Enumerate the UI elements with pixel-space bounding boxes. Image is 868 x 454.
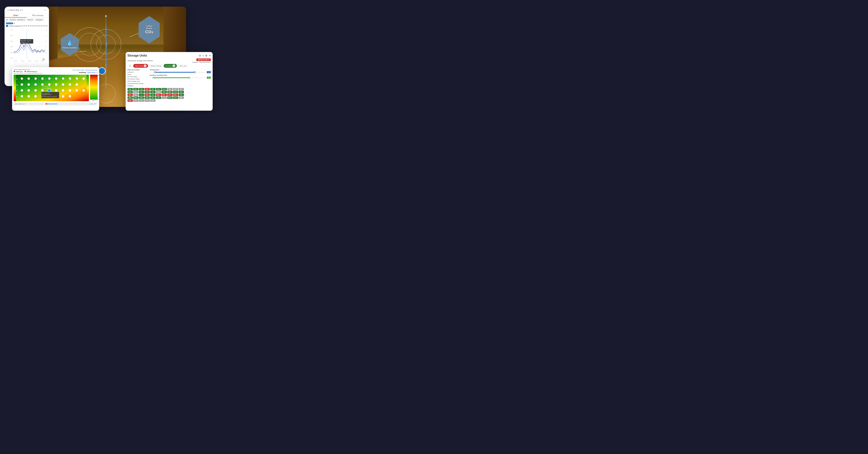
storage-cell[interactable]: C1U <box>145 99 150 102</box>
storage-cell[interactable]: V <box>161 96 167 99</box>
storage-cell[interactable]: Sepa <box>139 96 144 99</box>
svg-text:4.4: 4.4 <box>45 41 47 42</box>
svg-point-73 <box>75 89 78 92</box>
filter-high-priority[interactable]: High Priority 20 <box>133 64 148 68</box>
heatmap-tab[interactable]: Heatmap <box>79 71 86 73</box>
storage-cell[interactable]: Nm5 <box>156 91 161 93</box>
svg-text:47.7: 47.7 <box>10 29 13 31</box>
svg-text:Spe E: Spe E <box>54 78 57 79</box>
svg-point-72 <box>69 89 71 92</box>
storage-cell[interactable]: BrS <box>150 88 156 90</box>
list-icon[interactable]: ≡ <box>203 54 204 57</box>
svg-text:Spe W: Spe W <box>27 78 30 79</box>
storage-cell[interactable]: Web_ <box>173 94 178 96</box>
storage-cell[interactable]: Cur <box>139 99 144 102</box>
storage-cell[interactable]: 6km <box>127 94 133 96</box>
svg-text:Id: 0000000000311234: Id: 0000000000311234 <box>42 94 51 95</box>
storage-cell[interactable]: Bnod <box>161 88 167 90</box>
location-refresh-n[interactable]: Refresh N <box>127 71 148 73</box>
storage-cell[interactable]: Aa5 <box>145 91 150 93</box>
storage-cell[interactable]: 2km <box>179 91 184 93</box>
storage-cell[interactable]: 10pm <box>167 91 173 93</box>
no-issues-count: 40 <box>173 65 175 67</box>
add-icon[interactable]: + <box>209 54 211 57</box>
storage-cell[interactable]: Sur <box>133 94 138 96</box>
heatmap-grid[interactable]: S W N E <box>13 75 89 101</box>
filter-not-in-use[interactable]: Not in Use <box>178 65 188 67</box>
co2-label: CarbonDioxide <box>146 25 152 30</box>
storage-cell[interactable]: Sept <box>145 96 150 99</box>
tab-chart[interactable]: Chart <box>4 13 27 18</box>
storage-cell[interactable]: BaS <box>133 88 138 90</box>
more-options-icon[interactable]: ⋯ <box>44 8 47 11</box>
storage-cell[interactable]: Tns <box>179 94 184 96</box>
location-other[interactable]: Other Storage Units <box>127 80 148 82</box>
temperature-slider[interactable]: Set <box>150 71 211 73</box>
tab-pile-summary[interactable]: Pile summary <box>27 13 49 17</box>
svg-point-75 <box>21 95 23 97</box>
outside-temp-checkbox[interactable] <box>6 25 8 27</box>
temp-only-row: Temp only ▾ <box>4 22 49 25</box>
storage-cell[interactable]: C <box>139 94 144 96</box>
location-bns-no-cables[interactable]: Bns without Cables <box>127 78 148 80</box>
storage-cell[interactable]: Bn5 <box>173 88 178 90</box>
average-select[interactable]: Average ▾ <box>35 18 43 21</box>
storage-cell[interactable]: Br6 <box>179 88 184 90</box>
speed-button[interactable]: 1x ▾ <box>94 103 96 105</box>
heatmap-visualization: S W N E <box>13 75 89 101</box>
storage-cell[interactable]: Bnm <box>173 96 178 99</box>
storage-badge: B6 B5 mode 3 <box>196 59 211 61</box>
storage-cell[interactable]: Nm6 <box>161 91 167 93</box>
storage-cell[interactable]: Aa3 <box>139 88 144 90</box>
storage-cell[interactable]: Wab_ <box>156 94 161 96</box>
delete-icon[interactable]: 🗑 <box>205 54 208 57</box>
storage-cell[interactable]: Bnar <box>150 99 156 102</box>
storage-cell[interactable]: Watu <box>127 96 133 99</box>
storage-cell[interactable]: Bnr <box>150 91 156 93</box>
filter-medium-priority[interactable]: Medium Priority <box>149 65 163 67</box>
storage-cell[interactable]: Tpc* <box>133 99 138 102</box>
storage-cell[interactable]: 3Bum <box>167 96 173 99</box>
sensor-placement-button[interactable]: Sensor placement <box>85 69 97 71</box>
storage-cell[interactable]: Mod_ <box>161 94 167 96</box>
delta-temp-tab[interactable]: Delta temp <box>87 71 96 73</box>
svg-point-56 <box>21 84 23 86</box>
svg-text:Spe E: Spe E <box>68 78 71 79</box>
dropdown-icon: ▾ <box>14 22 15 24</box>
back-button[interactable]: ‹ < Demo Bay 1-1 <box>7 9 23 11</box>
chevron-left-icon: ‹ <box>7 9 7 11</box>
storage-cell[interactable]: 11am <box>173 91 178 93</box>
storage-cell[interactable]: Popr <box>127 99 133 102</box>
location-bns-cables[interactable]: Bns with cables <box>127 76 148 78</box>
storage-cell[interactable]: BaA <box>127 88 133 90</box>
storage-cell[interactable]: Bnr <box>133 91 138 93</box>
humidity-slider[interactable]: Set <box>150 76 211 79</box>
storage-cell[interactable]: Bnc <box>139 91 144 93</box>
filter-all[interactable]: All <box>127 65 133 67</box>
storage-cell[interactable]: Wbnr <box>133 96 138 99</box>
date-range-filter[interactable]: 01/14/23 – 01/22/23 ▾ <box>9 18 26 21</box>
filter-no-issues[interactable]: No Issues 40 <box>164 64 177 68</box>
location-flexi[interactable]: Flexi/Bunker/Flat Storage <box>127 83 148 85</box>
grid-icon[interactable]: ⊞ <box>199 54 201 57</box>
storage-cell[interactable]: Bbn <box>145 88 150 90</box>
play-button[interactable]: ► Play <box>89 103 93 105</box>
filter-icon: ⊟ <box>6 19 8 21</box>
storage-cell[interactable]: Bna4 <box>127 91 133 93</box>
location-potatoes[interactable]: Potatoes <box>127 85 148 87</box>
svg-line-8 <box>75 51 87 52</box>
storage-cell[interactable]: Rnp <box>179 96 184 99</box>
fullscreen-button[interactable]: Full screen mode <box>73 69 84 71</box>
location-burgs[interactable]: Burgs <box>127 73 148 75</box>
storage-cell[interactable]: UC.* <box>167 94 173 96</box>
timeline-marker[interactable] <box>45 103 47 105</box>
svg-point-64 <box>75 84 78 86</box>
svg-point-82 <box>69 95 71 97</box>
hours-select[interactable]: Hours ▾ <box>27 18 34 21</box>
storage-cell[interactable]: Fna <box>150 94 156 96</box>
storage-cell[interactable]: Brp <box>156 96 161 99</box>
storage-cell[interactable]: Bna <box>145 94 150 96</box>
storage-cell[interactable]: Brn <box>150 96 156 99</box>
storage-cell[interactable]: Ngr <box>167 88 173 90</box>
storage-cell[interactable]: Bnc <box>156 88 161 90</box>
